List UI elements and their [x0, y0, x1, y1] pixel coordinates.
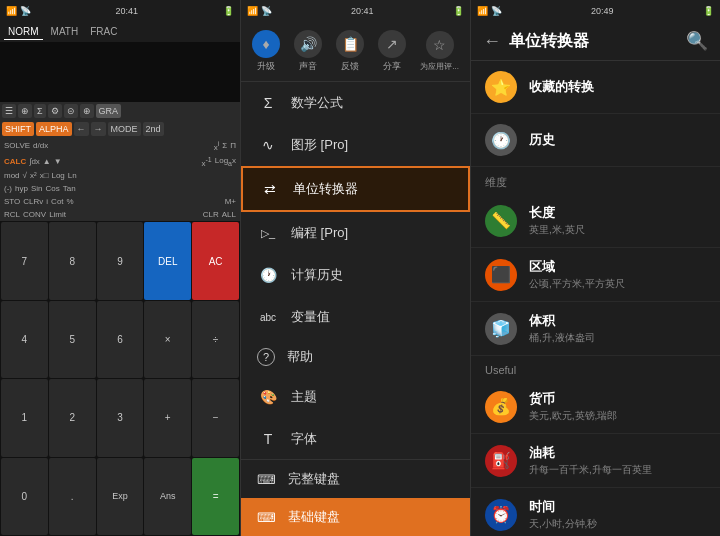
- btn-mplus[interactable]: M+: [225, 197, 236, 206]
- btn-all[interactable]: ALL: [222, 210, 236, 219]
- btn-mod[interactable]: mod: [4, 171, 20, 180]
- toolbar-plus-circle-icon[interactable]: ⊕: [80, 104, 94, 118]
- menu-item-variables[interactable]: abc 变量值: [241, 296, 470, 338]
- volume-info: 体积 桶,升,液体盎司: [529, 312, 706, 345]
- btn-tan[interactable]: Tan: [63, 184, 76, 193]
- btn-multiply[interactable]: ×: [144, 301, 191, 378]
- btn-clrv[interactable]: CLRv: [23, 197, 43, 206]
- toolbar-gra-btn[interactable]: GRA: [96, 104, 122, 118]
- btn-exp[interactable]: Exp: [97, 458, 144, 535]
- unit-signal: 📶 📡: [477, 6, 502, 16]
- toolbar-circle-icon[interactable]: ⊕: [18, 104, 32, 118]
- btn-dot[interactable]: .: [49, 458, 96, 535]
- btn-down[interactable]: ▼: [54, 157, 62, 166]
- unit-group-pinned[interactable]: ⭐ 收藏的转换: [471, 61, 720, 114]
- btn-pct[interactable]: %: [67, 197, 74, 206]
- unit-group-time[interactable]: ⏰ 时间 天,小时,分钟,秒: [471, 488, 720, 536]
- btn-plus[interactable]: +: [144, 379, 191, 456]
- unit-group-area[interactable]: ⬛ 区域 公顷,平方米,平方英尺: [471, 248, 720, 302]
- toolbar-menu-icon[interactable]: ☰: [2, 104, 16, 118]
- tab-frac[interactable]: FRAC: [86, 24, 121, 40]
- menu-share-icon[interactable]: ↗ 分享: [378, 30, 406, 73]
- btn-calc[interactable]: CALC: [4, 157, 26, 166]
- toolbar-gear-icon[interactable]: ⚙: [48, 104, 62, 118]
- btn-0[interactable]: 0: [1, 458, 48, 535]
- btn-minus[interactable]: −: [192, 379, 239, 456]
- toolbar-shift-btn[interactable]: SHIFT: [2, 122, 34, 136]
- btn-xsq[interactable]: x□: [40, 171, 49, 180]
- tab-norm[interactable]: NORM: [4, 24, 43, 40]
- btn-hyp[interactable]: hyp: [15, 184, 28, 193]
- menu-full-keyboard[interactable]: ⌨ 完整键盘: [241, 460, 470, 498]
- btn-9[interactable]: 9: [97, 222, 144, 299]
- btn-int-dx[interactable]: ∫dx: [29, 157, 40, 166]
- menu-upgrade-icon[interactable]: ♦ 升级: [252, 30, 280, 73]
- menu-sound-icon[interactable]: 🔊 声音: [294, 30, 322, 73]
- btn-5[interactable]: 5: [49, 301, 96, 378]
- btn-xinv[interactable]: x-1: [202, 156, 212, 168]
- btn-cos[interactable]: Cos: [45, 184, 59, 193]
- btn-divide[interactable]: ÷: [192, 301, 239, 378]
- menu-basic-keyboard[interactable]: ⌨ 基础键盘: [241, 498, 470, 536]
- btn-conv[interactable]: CONV: [23, 210, 46, 219]
- menu-item-programming[interactable]: ▷_ 编程 [Pro]: [241, 212, 470, 254]
- tab-math[interactable]: MATH: [47, 24, 83, 40]
- btn-ac[interactable]: AC: [192, 222, 239, 299]
- menu-item-unit-converter[interactable]: ⇄ 单位转换器: [241, 166, 470, 212]
- history-icon: 🕐: [485, 124, 517, 156]
- unit-back-button[interactable]: ←: [483, 31, 501, 52]
- btn-ln[interactable]: Ln: [68, 171, 77, 180]
- btn-6[interactable]: 6: [97, 301, 144, 378]
- btn-sto[interactable]: STO: [4, 197, 20, 206]
- menu-item-theme[interactable]: 🎨 主题: [241, 376, 470, 418]
- menu-item-help[interactable]: ? 帮助: [241, 338, 470, 376]
- btn-4[interactable]: 4: [1, 301, 48, 378]
- btn-sin[interactable]: Sin: [31, 184, 43, 193]
- btn-x2[interactable]: x²: [30, 171, 37, 180]
- btn-cot[interactable]: Cot: [51, 197, 63, 206]
- unit-group-history[interactable]: 🕐 历史: [471, 114, 720, 167]
- menu-feedback-icon[interactable]: 📋 反馈: [336, 30, 364, 73]
- btn-neg[interactable]: (-): [4, 184, 12, 193]
- btn-up[interactable]: ▲: [43, 157, 51, 166]
- btn-xi[interactable]: xi: [214, 140, 220, 152]
- btn-2[interactable]: 2: [49, 379, 96, 456]
- unit-search-button[interactable]: 🔍: [686, 30, 708, 52]
- unit-group-currency[interactable]: 💰 货币 美元,欧元,英镑,瑞郎: [471, 380, 720, 434]
- toolbar-fwd-arrow-btn[interactable]: →: [91, 122, 106, 136]
- toolbar-sigma-icon[interactable]: Σ: [34, 104, 46, 118]
- menu-item-font[interactable]: T 字体: [241, 418, 470, 459]
- toolbar-2nd-btn[interactable]: 2nd: [143, 122, 164, 136]
- btn-sqrt[interactable]: √: [23, 171, 27, 180]
- unit-group-fuel[interactable]: ⛽ 油耗 升每一百千米,升每一百英里: [471, 434, 720, 488]
- btn-pi[interactable]: Π: [230, 141, 236, 150]
- unit-group-volume[interactable]: 🧊 体积 桶,升,液体盎司: [471, 302, 720, 356]
- btn-del[interactable]: DEL: [144, 222, 191, 299]
- btn-log[interactable]: Log: [51, 171, 64, 180]
- btn-clr[interactable]: CLR: [203, 210, 219, 219]
- btn-sigma-big[interactable]: Σ: [222, 141, 227, 150]
- btn-3[interactable]: 3: [97, 379, 144, 456]
- menu-item-graph[interactable]: ∿ 图形 [Pro]: [241, 124, 470, 166]
- btn-rcl[interactable]: RCL: [4, 210, 20, 219]
- btn-7[interactable]: 7: [1, 222, 48, 299]
- btn-ddx[interactable]: d/dx: [33, 141, 48, 150]
- toolbar-alpha-btn[interactable]: ALPHA: [36, 122, 72, 136]
- unit-group-length[interactable]: 📏 长度 英里,米,英尺: [471, 194, 720, 248]
- btn-equals[interactable]: =: [192, 458, 239, 535]
- toolbar-minus-circle-icon[interactable]: ⊝: [64, 104, 78, 118]
- btn-i[interactable]: i: [46, 197, 48, 206]
- unit-time: 20:49: [591, 6, 614, 16]
- menu-item-calc-history[interactable]: 🕐 计算历史: [241, 254, 470, 296]
- toolbar-mode-btn[interactable]: MODE: [108, 122, 141, 136]
- btn-loga[interactable]: Logax: [215, 156, 236, 167]
- btn-limit[interactable]: Limit: [49, 210, 66, 219]
- menu-item-math-formula[interactable]: Σ 数学公式: [241, 82, 470, 124]
- btn-solve[interactable]: SOLVE: [4, 141, 30, 150]
- menu-rate-icon[interactable]: ☆ 为应用评...: [420, 31, 459, 72]
- btn-1[interactable]: 1: [1, 379, 48, 456]
- calc-tabs: NORM MATH FRAC: [0, 22, 240, 42]
- btn-8[interactable]: 8: [49, 222, 96, 299]
- toolbar-back-arrow-btn[interactable]: ←: [74, 122, 89, 136]
- btn-ans[interactable]: Ans: [144, 458, 191, 535]
